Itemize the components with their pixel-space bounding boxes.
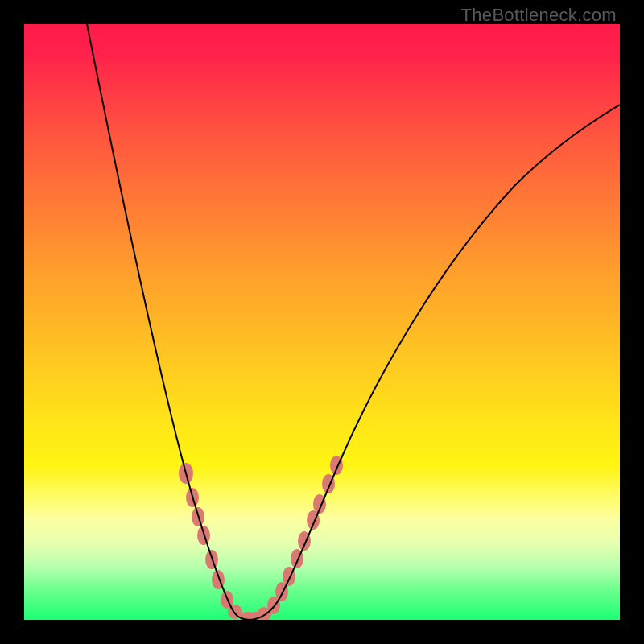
curve-right — [250, 105, 620, 620]
watermark-text: TheBottleneck.com — [461, 5, 617, 26]
curve-left — [85, 24, 250, 620]
chart-container: TheBottleneck.com — [0, 0, 644, 644]
curve-svg — [24, 24, 620, 620]
beads-group — [179, 456, 343, 620]
plot-area — [24, 24, 620, 620]
